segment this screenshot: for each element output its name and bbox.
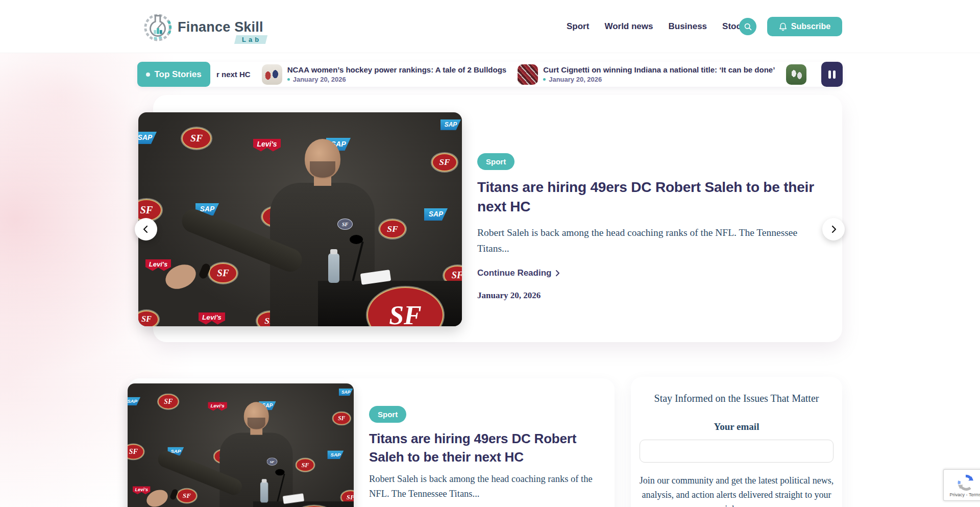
- recaptcha-badge[interactable]: Privacy - Terms: [943, 469, 980, 501]
- ticker-items: r next HC NCAA women’s hockey power rank…: [212, 62, 821, 87]
- sf-logo: SF: [379, 220, 406, 238]
- article-card-excerpt: Robert Saleh is back among the head coac…: [369, 472, 605, 501]
- sap-logo: SAP: [128, 397, 140, 406]
- nav-item-world-news[interactable]: World news: [604, 21, 653, 32]
- pause-icon: [828, 70, 831, 79]
- logo-text: Finance Skill: [178, 19, 263, 35]
- flask-chart-logo-icon: [143, 12, 173, 42]
- podium: [253, 501, 354, 507]
- article-card: SAPSFLevi'sSAPSFSAPSFSAPSFSFSAPSFLevi'sS…: [128, 378, 615, 507]
- sf-logo: SF: [209, 263, 237, 283]
- shirt-sf-logo: SF: [267, 457, 278, 465]
- article-card-content: Sport Titans are hiring 49ers DC Robert …: [369, 406, 604, 507]
- continue-reading-link[interactable]: Continue Reading: [477, 268, 814, 278]
- chevron-right-icon: [829, 225, 838, 234]
- search-icon: [744, 22, 752, 31]
- top-stories-badge: Top Stories: [137, 62, 210, 87]
- logo-badge: Lab: [234, 35, 267, 44]
- shirt-sf-logo: SF: [337, 219, 353, 230]
- category-pill-sport[interactable]: Sport: [477, 153, 514, 170]
- article-card-title[interactable]: Titans are hiring 49ers DC Robert Saleh …: [369, 429, 604, 467]
- site-header: Finance Skill Lab Sport World news Busin…: [0, 0, 980, 53]
- newsletter-email-input[interactable]: [640, 440, 834, 463]
- category-pill-sport[interactable]: Sport: [369, 406, 406, 423]
- hero-article-content: Sport Titans are hiring 49ers DC Robert …: [477, 153, 814, 301]
- sap-logo: SAP: [327, 450, 344, 459]
- press-photo-stage: SAPSFLevi'sSAPSFSAPSFSAPSFSFSAPSFLevi'sS…: [128, 383, 354, 507]
- date-dot: [543, 78, 546, 81]
- chevron-left-icon: [141, 225, 151, 234]
- carousel-prev-button[interactable]: [135, 218, 157, 240]
- chevron-right-icon: [555, 270, 560, 277]
- badge-dot: [146, 73, 150, 77]
- site-logo[interactable]: Finance Skill Lab: [143, 12, 263, 42]
- ticker-item-date: January 20, 2026: [287, 76, 507, 83]
- hero-article-title[interactable]: Titans are hiring 49ers DC Robert Saleh …: [477, 178, 814, 217]
- top-stories-label: Top Stories: [154, 69, 201, 80]
- football-celebration-thumbnail: [518, 64, 538, 85]
- recaptcha-privacy-terms[interactable]: Privacy - Terms: [950, 492, 980, 497]
- article-card-image[interactable]: SAPSFLevi'sSAPSFSAPSFSAPSFSFSAPSFLevi'sS…: [128, 383, 354, 507]
- subscribe-label: Subscribe: [791, 22, 830, 31]
- sf-logo: SF: [158, 394, 179, 409]
- pause-icon: [833, 70, 836, 79]
- person-beard: [310, 161, 335, 178]
- levis-logo: Levi's: [145, 259, 171, 274]
- levis-logo: Levi's: [208, 402, 227, 413]
- newsletter-email-label: Your email: [631, 421, 842, 432]
- hero-article-excerpt: Robert Saleh is back among the head coac…: [477, 225, 800, 256]
- sf-logo: SF: [177, 489, 197, 503]
- bottle-cap: [330, 249, 337, 254]
- sap-logo: SAP: [339, 389, 353, 396]
- microphone-head: [275, 469, 284, 476]
- sap-logo: SAP: [440, 119, 461, 130]
- levis-logo: Levi's: [133, 486, 151, 496]
- ticker-item-title: Curt Cignetti on winning Indiana a natio…: [543, 65, 775, 74]
- person-beard: [248, 418, 265, 429]
- football-field-thumbnail: [786, 64, 806, 85]
- subscribe-button[interactable]: Subscribe: [767, 17, 842, 36]
- sf-logo: SF: [296, 458, 314, 472]
- main-nav: Sport World news Business Stock: [567, 0, 746, 53]
- nav-item-business[interactable]: Business: [668, 21, 707, 32]
- ticker-item-next[interactable]: [786, 64, 806, 85]
- bottle-cap: [262, 479, 267, 482]
- newsletter-description: Join our community and get the latest po…: [637, 474, 836, 507]
- sf-logo: SF: [138, 310, 159, 326]
- ticker-item-partial[interactable]: r next HC: [216, 70, 251, 79]
- bell-icon: [779, 22, 787, 31]
- newsletter-signup-card: Stay Informed on the Issues That Matter …: [631, 377, 842, 507]
- sf-logo: SF: [333, 412, 351, 425]
- sf-logo: SF: [138, 199, 162, 221]
- levis-logo: Levi's: [253, 139, 281, 155]
- microphone-head: [350, 235, 363, 244]
- sf-logo: SF: [128, 444, 144, 460]
- ticker-item-date: January 20, 2026: [543, 76, 775, 83]
- carousel-next-button[interactable]: [822, 218, 845, 240]
- press-photo-stage: SAPSFLevi'sSAPSFSAPSFSAPSFSFSAPSFLevi'sS…: [138, 112, 462, 326]
- nav-item-sport[interactable]: Sport: [567, 21, 589, 32]
- sf-logo: SF: [432, 153, 457, 172]
- water-bottle: [328, 253, 339, 283]
- page: { "header": { "logo": { "text": "Finance…: [0, 0, 980, 507]
- ticker-item-cignetti[interactable]: Curt Cignetti on winning Indiana a natio…: [518, 64, 775, 85]
- sap-logo: SAP: [424, 208, 448, 221]
- top-stories-ticker: Top Stories r next HC NCAA women’s hocke…: [137, 62, 843, 87]
- ticker-item-title: r next HC: [216, 70, 251, 79]
- recaptcha-icon: [957, 473, 975, 492]
- search-button[interactable]: [739, 18, 756, 35]
- press-conference-photo: SAPSFLevi'sSAPSFSAPSFSAPSFSFSAPSFLevi'sS…: [128, 383, 354, 507]
- hockey-game-thumbnail: [262, 64, 282, 85]
- newsletter-title: Stay Informed on the Issues That Matter: [631, 393, 842, 404]
- date-dot: [287, 78, 290, 81]
- hero-article-date: January 20, 2026: [477, 291, 814, 301]
- sap-logo: SAP: [138, 132, 157, 144]
- levis-logo: Levi's: [199, 312, 225, 326]
- press-conference-photo: SAPSFLevi'sSAPSFSAPSFSAPSFSFSAPSFLevi'sS…: [138, 112, 462, 326]
- sf-logo: SF: [182, 128, 211, 149]
- ticker-item-ncaa-hockey[interactable]: NCAA women’s hockey power rankings: A ta…: [262, 64, 507, 85]
- water-bottle: [260, 482, 268, 503]
- hero-article-image[interactable]: SAPSFLevi'sSAPSFSAPSFSAPSFSFSAPSFLevi'sS…: [138, 112, 462, 326]
- ticker-pause-button[interactable]: [821, 62, 843, 87]
- ticker-item-title: NCAA women’s hockey power rankings: A ta…: [287, 65, 507, 74]
